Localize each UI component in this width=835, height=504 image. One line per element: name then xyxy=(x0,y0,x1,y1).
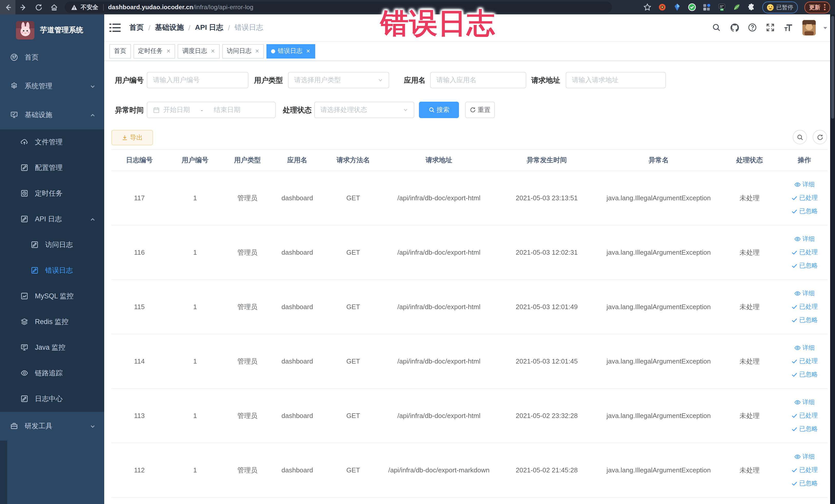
back-icon[interactable] xyxy=(0,0,15,14)
app-logo[interactable]: 芋道管理系统 xyxy=(0,14,104,43)
cell-app: dashboard xyxy=(272,389,322,443)
grid-extension-icon[interactable] xyxy=(703,3,711,11)
close-icon[interactable]: ✕ xyxy=(211,48,215,54)
sidebar-item-mysql-监控[interactable]: MySQL 监控 xyxy=(0,283,104,309)
tab-调度日志[interactable]: 调度日志✕ xyxy=(178,44,220,58)
user-id-input[interactable]: 请输入用户编号 xyxy=(147,72,248,88)
cell-user_id: 1 xyxy=(167,225,223,279)
switch-on-extension-icon[interactable]: ON xyxy=(718,3,726,11)
ignored-link[interactable]: 已忽略 xyxy=(791,207,818,216)
sidebar-item-基础设施[interactable]: 基础设施 xyxy=(0,101,104,129)
gear-icon xyxy=(10,82,19,90)
sidebar-item-api-日志[interactable]: API 日志 xyxy=(0,206,104,232)
breadcrumb-item[interactable]: API 日志 xyxy=(195,23,223,32)
process-status-select[interactable]: 请选择处理状态 xyxy=(314,102,414,118)
leaf-extension-icon[interactable] xyxy=(733,3,741,11)
browser-menu-icon[interactable] xyxy=(824,4,825,10)
cell-id: 115 xyxy=(111,280,167,334)
sidebar-item-java-监控[interactable]: Java 监控 xyxy=(0,335,104,361)
ignored-link[interactable]: 已忽略 xyxy=(791,479,818,488)
processed-link[interactable]: 已处理 xyxy=(791,194,818,202)
blue-drop-extension-icon[interactable] xyxy=(673,3,681,11)
show-search-toggle-icon[interactable] xyxy=(793,130,807,144)
doc-edit-icon xyxy=(21,215,29,223)
export-button[interactable]: 导出 xyxy=(111,130,153,145)
reload-icon[interactable] xyxy=(31,0,46,14)
cell-status: 未处理 xyxy=(718,443,781,497)
processed-link[interactable]: 已处理 xyxy=(791,302,818,311)
ignored-icon xyxy=(791,317,798,323)
cell-user_type: 管理员 xyxy=(223,334,272,388)
detail-link[interactable]: 详细 xyxy=(794,344,815,352)
home-icon[interactable] xyxy=(46,0,62,14)
bookmark-star-icon[interactable] xyxy=(643,3,651,11)
detail-link[interactable]: 详细 xyxy=(794,289,815,298)
column-header: 应用名 xyxy=(272,150,322,170)
sidebar-item-文件管理[interactable]: 文件管理 xyxy=(0,129,104,155)
avatar[interactable] xyxy=(802,20,815,36)
close-icon[interactable]: ✕ xyxy=(306,48,310,54)
scrollbar-thumb[interactable] xyxy=(831,16,834,119)
app-name-input[interactable]: 请输入应用名 xyxy=(430,72,526,88)
chevron-down-icon[interactable] xyxy=(822,25,828,31)
github-icon[interactable] xyxy=(730,23,739,32)
page-scrollbar[interactable] xyxy=(830,14,835,504)
tab-错误日志[interactable]: 错误日志✕ xyxy=(266,44,315,58)
cell-id: 113 xyxy=(111,389,167,443)
url-bar[interactable]: 不安全 dashboard.yudao.iocoder.cn/infra/log… xyxy=(65,2,612,13)
sidebar-item-配置管理[interactable]: 配置管理 xyxy=(0,155,104,181)
request-url-input[interactable]: 请输入请求地址 xyxy=(566,72,666,88)
processed-link[interactable]: 已处理 xyxy=(791,411,818,420)
layers-icon xyxy=(21,318,29,326)
sidebar-item-首页[interactable]: 首页 xyxy=(0,43,104,72)
ignored-link[interactable]: 已忽略 xyxy=(791,316,818,324)
sidebar-item-定时任务[interactable]: 定时任务 xyxy=(0,181,104,206)
sidebar-item-访问日志[interactable]: 访问日志 xyxy=(0,232,104,258)
processed-link[interactable]: 已处理 xyxy=(791,248,818,257)
breadcrumb-item[interactable]: 首页 xyxy=(129,23,144,32)
sidebar-item-研发工具[interactable]: 研发工具 xyxy=(0,412,104,441)
tab-定时任务[interactable]: 定时任务✕ xyxy=(134,44,175,58)
search-button[interactable]: 搜索 xyxy=(419,102,459,118)
date-range-input[interactable]: 开始日期 - 结束日期 xyxy=(147,102,276,118)
breadcrumb-item[interactable]: 基础设施 xyxy=(155,23,184,32)
reset-button[interactable]: 重置 xyxy=(465,102,495,118)
security-label: 不安全 xyxy=(81,3,98,11)
paused-badge[interactable]: 已暂停 xyxy=(762,1,798,13)
detail-link[interactable]: 详细 xyxy=(794,235,815,243)
sidebar-item-日志中心[interactable]: 日志中心 xyxy=(0,386,104,412)
ignored-link[interactable]: 已忽略 xyxy=(791,425,818,434)
processed-link[interactable]: 已处理 xyxy=(791,357,818,366)
detail-link[interactable]: 详细 xyxy=(794,398,815,407)
ignored-link[interactable]: 已忽略 xyxy=(791,370,818,379)
tab-首页[interactable]: 首页 xyxy=(109,44,131,58)
detail-link[interactable]: 详细 xyxy=(794,180,815,189)
sidebar-item-链路追踪[interactable]: 链路追踪 xyxy=(0,361,104,386)
close-icon[interactable]: ✕ xyxy=(166,48,171,54)
forward-icon[interactable] xyxy=(15,0,31,14)
column-header: 异常名 xyxy=(599,150,718,170)
ignored-link[interactable]: 已忽略 xyxy=(791,261,818,270)
user-type-select[interactable]: 请选择用户类型 xyxy=(288,72,389,88)
help-icon[interactable] xyxy=(748,23,757,32)
fullscreen-icon[interactable] xyxy=(766,23,775,32)
cell-app: dashboard xyxy=(272,280,322,334)
sidebar-item-系统管理[interactable]: 系统管理 xyxy=(0,72,104,101)
puzzle-extensions-icon[interactable] xyxy=(748,3,756,11)
green-check-extension-icon[interactable] xyxy=(688,3,696,11)
processed-link[interactable]: 已处理 xyxy=(791,466,818,475)
search-icon[interactable] xyxy=(712,23,721,32)
sidebar-item-错误日志[interactable]: 错误日志 xyxy=(0,258,104,283)
close-icon[interactable]: ✕ xyxy=(255,48,260,54)
update-button[interactable]: 更新 xyxy=(805,1,830,13)
edit-square-icon xyxy=(21,164,29,172)
refresh-icon[interactable] xyxy=(813,130,827,144)
tab-访问日志[interactable]: 访问日志✕ xyxy=(222,44,264,58)
font-size-icon[interactable] xyxy=(784,23,793,32)
url-text: dashboard.yudao.iocoder.cn/infra/log/api… xyxy=(108,4,253,11)
detail-link[interactable]: 详细 xyxy=(794,452,815,461)
orange-ring-extension-icon[interactable] xyxy=(658,3,666,11)
sidebar-item-redis-监控[interactable]: Redis 监控 xyxy=(0,309,104,335)
cell-method: GET xyxy=(322,171,384,225)
collapse-sidebar-icon[interactable] xyxy=(109,23,121,33)
